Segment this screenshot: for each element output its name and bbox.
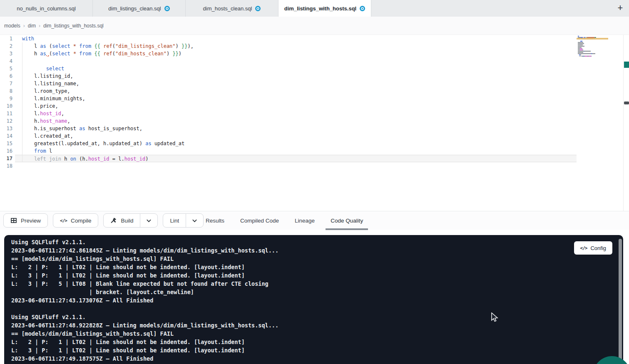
code-text: l as (select * from {{ ref("dim_listings…: [15, 42, 577, 50]
tab-compiled-code[interactable]: Compiled Code: [239, 211, 281, 230]
code-line[interactable]: 1with: [0, 35, 577, 42]
line-number: 5: [0, 65, 12, 72]
config-label: Config: [590, 245, 606, 251]
chevron-right-icon: ›: [23, 23, 25, 29]
code-text: select: [15, 65, 577, 72]
code-text: l.price,: [15, 102, 577, 110]
line-number: 2: [0, 42, 12, 50]
terminal-line: 2023-06-06T11:27:48.922828Z — Linting mo…: [11, 321, 278, 329]
line-number: 3: [0, 50, 12, 57]
tab-dim-listings-with-hosts[interactable]: dim_listings_with_hosts.sql: [278, 0, 371, 17]
code-text: l.host_id,: [15, 110, 577, 117]
code-line[interactable]: 13 h.is_superhost as host_is_superhost,: [0, 125, 577, 132]
tab-dim-listings-clean[interactable]: dim_listings_clean.sql: [93, 0, 186, 17]
minimap-line: [578, 54, 608, 55]
tab-code-quality[interactable]: Code Quality: [329, 211, 365, 230]
minimap-line: [578, 41, 608, 42]
new-tab-button[interactable]: +: [614, 2, 627, 14]
line-number: 7: [0, 80, 12, 87]
line-number: 15: [0, 140, 12, 147]
code-line[interactable]: 8 l.room_type,: [0, 87, 577, 95]
minimap[interactable]: [578, 36, 608, 58]
code-line[interactable]: 18: [0, 162, 577, 170]
code-line[interactable]: 4: [0, 57, 577, 65]
terminal-scrollbar-thumb[interactable]: [619, 239, 622, 362]
code-text: [15, 57, 577, 65]
code-brackets-icon: </>: [580, 245, 587, 251]
minimap-line: [578, 56, 608, 57]
code-brackets-icon: </>: [60, 218, 67, 223]
line-number: 6: [0, 72, 12, 80]
minimap-line: [578, 42, 608, 43]
breadcrumb-models[interactable]: models: [4, 23, 20, 29]
code-line[interactable]: 12 h.host_name,: [0, 117, 577, 125]
code-text: l.room_type,: [15, 87, 577, 95]
minimap-line: [578, 38, 608, 39]
code-text: [15, 162, 577, 170]
line-number: 13: [0, 125, 12, 132]
tab-label: dim_listings_clean.sql: [108, 5, 161, 12]
compile-button[interactable]: </> Compile: [53, 213, 98, 228]
tab-lineage[interactable]: Lineage: [293, 211, 316, 230]
code-line[interactable]: 17 left join h on (h.host_id = l.host_id…: [0, 155, 577, 162]
code-line[interactable]: 10 l.price,: [0, 102, 577, 110]
minimap-line: [578, 46, 608, 47]
tab-label: Results: [206, 218, 224, 224]
code-line[interactable]: 9 l.minimum_nights,: [0, 95, 577, 102]
breadcrumb-dim[interactable]: dim: [28, 23, 36, 29]
preview-button[interactable]: Preview: [3, 213, 48, 228]
build-split-button: Build: [103, 213, 158, 228]
terminal-line: 2023-06-06T11:27:42.861845Z — Linting mo…: [11, 246, 278, 255]
terminal-line: == [models/dim/dim_listings_with_hosts.s…: [11, 255, 278, 263]
chevron-right-icon: ›: [39, 23, 40, 29]
line-number: 14: [0, 132, 12, 140]
tab-label: dim_listings_with_hosts.sql: [284, 5, 356, 12]
code-text: l.created_at,: [15, 132, 577, 140]
minimap-line: [578, 36, 608, 37]
editor-scrollbar-track[interactable]: [623, 35, 629, 211]
scrollbar-thumb-marker[interactable]: [624, 102, 629, 104]
terminal-line: Using SQLFluff v2.1.1.: [11, 238, 278, 246]
code-editor[interactable]: 1with2 l as (select * from {{ ref("dim_l…: [0, 35, 629, 211]
terminal-line: | bracket. [layout.cte_newline]: [11, 288, 278, 296]
code-line[interactable]: 14 l.created_at,: [0, 132, 577, 140]
mouse-cursor: [490, 312, 500, 325]
build-dropdown-chevron[interactable]: [140, 214, 157, 227]
code-line[interactable]: 3 h as (select * from {{ ref("dim_hosts_…: [0, 50, 577, 57]
lint-button[interactable]: Lint: [163, 214, 186, 227]
code-line[interactable]: 6 l.listing_id,: [0, 72, 577, 80]
minimap-line: [578, 47, 608, 48]
indent-guide: [22, 42, 22, 162]
table-grid-icon: [10, 217, 17, 224]
minimap-line: [578, 45, 608, 45]
editor-lines: 1with2 l as (select * from {{ ref("dim_l…: [0, 35, 629, 170]
line-number: 8: [0, 87, 12, 95]
code-text: l.minimum_nights,: [15, 95, 577, 102]
tab-results[interactable]: Results: [204, 211, 226, 230]
code-line[interactable]: 7 l.listing_name,: [0, 80, 577, 87]
terminal-line: 2023-06-06T11:27:43.173076Z — All Finish…: [11, 296, 278, 305]
config-button[interactable]: </> Config: [574, 241, 612, 255]
file-tab-bar: no_nulls_in_columns.sql dim_listings_cle…: [0, 0, 629, 17]
minimap-line: [578, 50, 608, 50]
lint-dropdown-chevron[interactable]: [186, 214, 203, 227]
terminal-line: [11, 305, 278, 313]
ide-window: no_nulls_in_columns.sql dim_listings_cle…: [0, 0, 629, 364]
code-text: with: [15, 35, 577, 42]
tab-label: dim_hosts_clean.sql: [203, 5, 252, 12]
terminal-line: L: 3 | P: 5 | LT08 | Blank line expected…: [11, 280, 278, 288]
code-line[interactable]: 11 l.host_id,: [0, 110, 577, 117]
build-button[interactable]: Build: [104, 214, 140, 227]
terminal-line: L: 3 | P: 1 | LT02 | Line should not be …: [11, 271, 278, 280]
code-line[interactable]: 2 l as (select * from {{ ref("dim_listin…: [0, 42, 577, 50]
code-text: l.listing_id,: [15, 72, 577, 80]
line-number: 9: [0, 95, 12, 102]
tab-dim-hosts-clean[interactable]: dim_hosts_clean.sql: [186, 0, 278, 17]
scroll-position-marker: [624, 62, 629, 68]
code-line[interactable]: 16 from l: [0, 147, 577, 155]
code-line[interactable]: 5 select: [0, 65, 577, 72]
tab-no-nulls-in-columns[interactable]: no_nulls_in_columns.sql: [0, 0, 93, 17]
breadcrumb-file: dim_listings_with_hosts.sql: [43, 23, 104, 29]
code-line[interactable]: 15 greatest(l.updated_at, h.updated_at) …: [0, 140, 577, 147]
breadcrumb: models › dim › dim_listings_with_hosts.s…: [4, 17, 104, 35]
